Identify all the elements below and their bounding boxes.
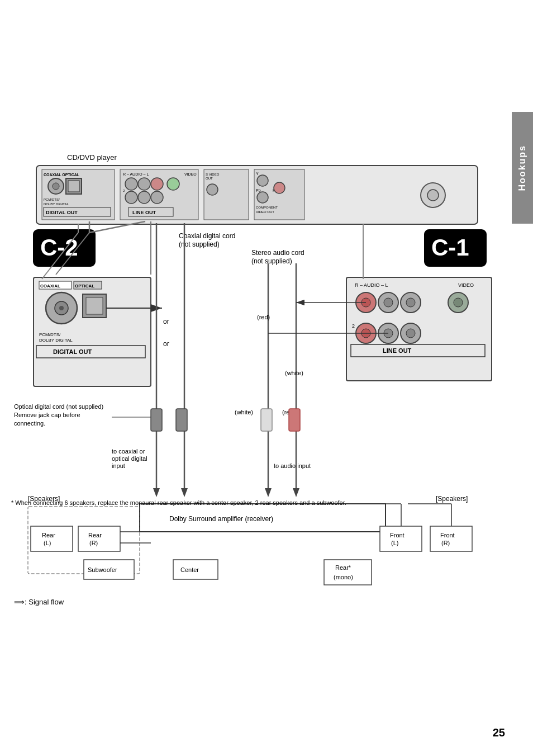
svg-rect-6 [68,181,79,192]
svg-text:(not supplied): (not supplied) [179,240,220,248]
svg-point-94 [384,298,393,307]
svg-rect-22 [129,207,173,216]
svg-rect-116 [261,409,272,431]
svg-rect-106 [351,344,485,357]
svg-text:LINE OUT: LINE OUT [132,210,156,215]
svg-rect-28 [254,169,304,220]
svg-point-38 [427,190,439,201]
svg-point-15 [138,178,150,190]
svg-text:S VIDEO: S VIDEO [206,173,220,176]
svg-point-37 [421,183,445,207]
svg-text:Coaxial digital cord: Coaxial digital cord [179,232,235,240]
footnote-text: * When connecting 6 speakers, replace th… [11,499,346,506]
svg-point-100 [356,323,376,343]
svg-text:input: input [112,462,125,469]
svg-rect-115 [176,409,187,431]
sidebar-hookups: Hookups [512,112,533,224]
svg-text:(L): (L) [391,540,398,546]
svg-text:(mono): (mono) [334,574,353,580]
svg-text:DIGITAL OUT: DIGITAL OUT [46,210,78,215]
svg-point-93 [378,292,398,313]
svg-rect-131 [173,560,218,579]
svg-text:(not supplied): (not supplied) [251,257,292,265]
svg-line-152 [42,233,78,279]
svg-text:LINE OUT: LINE OUT [383,347,412,354]
page-number: 25 [493,726,505,739]
svg-rect-122 [28,507,140,574]
svg-text:to audio input: to audio input [274,462,311,469]
svg-text:C-2: C-2 [40,234,78,261]
svg-point-104 [401,323,421,343]
svg-point-16 [151,178,163,190]
svg-text:C-1: C-1 [431,234,469,261]
svg-rect-88 [346,277,492,381]
svg-rect-126 [78,526,120,551]
svg-rect-9 [44,207,111,216]
svg-rect-60 [36,346,145,358]
svg-point-105 [406,329,415,338]
svg-point-102 [378,323,398,343]
svg-text:2: 2 [352,323,355,329]
svg-marker-64 [153,488,160,497]
svg-text:or: or [163,340,169,348]
svg-line-112 [56,233,89,275]
svg-text:OPTICAL: OPTICAL [75,284,94,289]
svg-text:PCM/DTS/: PCM/DTS/ [39,332,61,337]
svg-text:(white): (white) [235,409,253,415]
svg-rect-0 [36,166,478,224]
svg-text:VIDEO: VIDEO [458,282,474,288]
svg-text:Remove jack cap before: Remove jack cap before [14,412,80,418]
svg-rect-1 [42,169,115,220]
svg-line-111 [89,221,145,233]
svg-rect-114 [151,409,162,431]
svg-text:Subwoofer: Subwoofer [88,566,117,573]
svg-rect-55 [83,294,106,318]
main-diagram: CD/DVD player COAXIAL OPTICAL PCM/DTS/ D… [0,0,533,756]
svg-text:R – AUDIO – L: R – AUDIO – L [355,282,388,288]
svg-rect-139 [430,526,472,551]
svg-text:(R): (R) [89,540,98,546]
svg-point-27 [207,184,218,195]
svg-text:Rear: Rear [88,532,102,538]
svg-rect-41 [425,230,486,266]
svg-text:(white): (white) [285,370,303,376]
svg-text:Rear: Rear [42,532,55,538]
svg-text:DOLBY DIGITAL: DOLBY DIGITAL [44,202,69,206]
svg-rect-5 [66,178,82,194]
svg-rect-48 [39,281,72,289]
svg-point-97 [448,292,468,313]
svg-point-96 [406,298,415,307]
svg-text:connecting.: connecting. [14,420,45,427]
svg-rect-136 [380,526,422,551]
svg-point-30 [257,175,268,186]
svg-text:(red): (red) [282,409,295,415]
svg-point-103 [384,329,393,338]
svg-text:COAXIAL OPTICAL: COAXIAL OPTICAL [44,173,80,177]
svg-text:Y: Y [256,172,259,176]
svg-point-52 [46,292,77,324]
svg-marker-82 [293,488,299,497]
svg-text:Dolby Surround amplifier (rece: Dolby Surround amplifier (receiver) [169,515,273,523]
svg-text:to coaxial or: to coaxial or [112,448,145,455]
svg-point-3 [48,178,64,194]
svg-rect-56 [86,297,103,314]
svg-rect-117 [289,409,300,431]
svg-text:PCM/DTS/: PCM/DTS/ [44,198,60,201]
sidebar-label: Hookups [517,145,527,191]
svg-point-32 [257,192,268,203]
svg-point-101 [361,329,370,338]
svg-point-20 [138,191,150,204]
svg-text:VIDEO: VIDEO [184,172,197,176]
svg-point-95 [401,292,421,313]
svg-rect-123 [31,526,73,551]
svg-marker-69 [181,488,188,497]
svg-text:Pb: Pb [256,188,261,192]
svg-point-92 [361,298,370,307]
footnote: * When connecting 6 speakers, replace th… [11,498,499,508]
svg-point-54 [59,306,64,310]
svg-text:Center: Center [180,566,199,573]
svg-marker-79 [265,488,272,497]
svg-rect-129 [84,560,134,579]
svg-text:R – AUDIO – L: R – AUDIO – L [123,172,149,176]
svg-rect-11 [120,169,198,220]
